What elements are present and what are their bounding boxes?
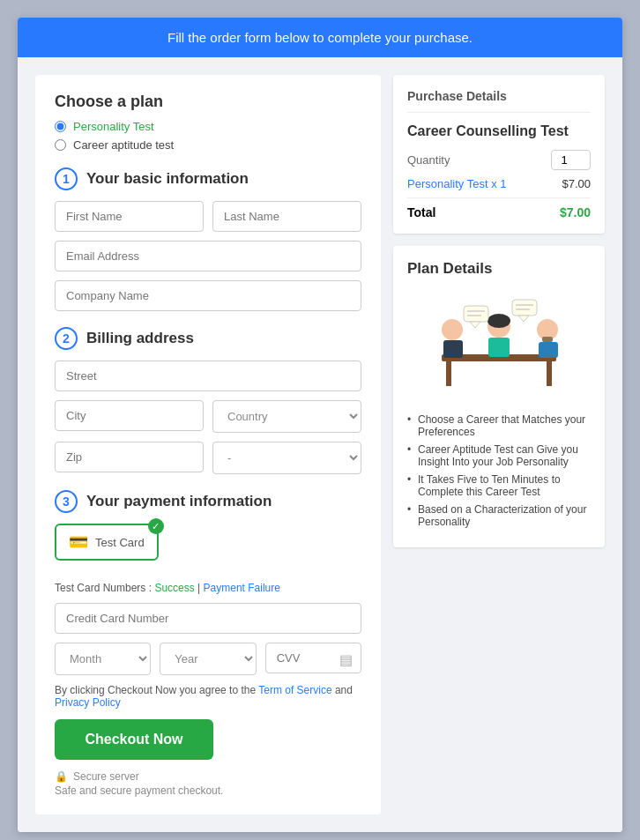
cvv-group: ▤	[265, 643, 361, 675]
top-banner: Fill the order form below to complete yo…	[18, 18, 622, 57]
purchase-product-name: Career Counselling Test	[407, 123, 591, 139]
svg-marker-14	[518, 316, 529, 322]
lock-line: 🔒 Secure server	[55, 770, 361, 783]
total-row: Total $7.00	[407, 197, 591, 219]
total-price: $7.00	[560, 205, 591, 219]
step2-title: Billing address	[86, 330, 194, 347]
zip-group	[55, 442, 204, 474]
svg-point-3	[442, 319, 463, 340]
step1-circle: 1	[55, 167, 78, 190]
plan-bullet-0: Choose a Career that Matches your Prefer…	[407, 413, 591, 438]
name-row	[55, 201, 361, 232]
plan-bullet-1: Career Aptitude Test can Give you Insigh…	[407, 443, 591, 468]
secure-desc: Safe and secure payment checkout.	[55, 784, 361, 797]
cc-number-input[interactable]	[55, 603, 361, 634]
plan-details-card: Plan Details	[393, 246, 605, 547]
step2-circle: 2	[55, 327, 78, 350]
step3-header: 3 Your payment information	[55, 490, 361, 513]
card-check-icon: ✓	[148, 518, 164, 534]
and-text: and	[332, 684, 353, 696]
email-group	[55, 241, 361, 271]
plan-option-personality[interactable]: Personality Test	[55, 120, 361, 133]
plan-label-career: Career aptitude test	[73, 138, 174, 152]
svg-rect-1	[446, 361, 451, 386]
quantity-label: Quantity	[407, 153, 450, 167]
svg-marker-12	[470, 322, 480, 328]
success-link[interactable]: Success	[154, 582, 194, 594]
month-select[interactable]: Month	[55, 643, 151, 675]
step1-header: 1 Your basic information	[55, 167, 361, 190]
checkout-button[interactable]: Checkout Now	[55, 719, 213, 760]
failure-link[interactable]: Payment Failure	[204, 582, 280, 594]
privacy-link[interactable]: Privacy Policy	[55, 696, 121, 709]
first-name-group	[55, 201, 204, 232]
test-card-numbers: Test Card Numbers : Success | Payment Fa…	[55, 582, 361, 594]
city-input[interactable]	[55, 400, 204, 431]
checkout-notice-text: By clicking Checkout Now you agree to th…	[55, 684, 258, 696]
cc-number-group	[55, 603, 361, 634]
year-select[interactable]: Year	[160, 643, 256, 675]
purchase-details-card: Purchase Details Career Counselling Test…	[393, 75, 605, 234]
quantity-input[interactable]	[551, 150, 591, 170]
svg-point-6	[487, 314, 510, 328]
page-wrapper: Fill the order form below to complete yo…	[18, 18, 622, 832]
purchase-details-header: Purchase Details	[407, 89, 591, 113]
zip-state-row: -	[55, 442, 361, 474]
state-group: -	[212, 442, 361, 474]
year-group: Year	[160, 643, 256, 675]
cc-number-row	[55, 603, 361, 634]
card-option-wrapper: 💳 Test Card ✓	[55, 524, 361, 571]
right-panel: Purchase Details Career Counselling Test…	[393, 75, 605, 814]
career-illustration	[407, 288, 591, 403]
street-group	[55, 361, 361, 391]
street-row	[55, 361, 361, 391]
month-group: Month	[55, 643, 151, 675]
plan-bullet-2: It Takes Five to Ten Minutes to Complete…	[407, 473, 591, 498]
cvv-row: Month Year ▤	[55, 643, 361, 675]
svg-rect-7	[488, 338, 510, 357]
test-card-label: Test Card Numbers :	[55, 582, 152, 594]
svg-rect-4	[443, 340, 463, 358]
svg-rect-2	[547, 361, 552, 386]
cvv-card-icon: ▤	[339, 650, 353, 667]
plan-option-career[interactable]: Career aptitude test	[55, 138, 361, 152]
banner-text: Fill the order form below to complete yo…	[167, 30, 473, 45]
company-row	[55, 280, 361, 311]
lock-icon: 🔒	[55, 770, 68, 783]
country-select[interactable]: Country	[212, 400, 361, 433]
item-price: $7.00	[562, 177, 591, 190]
svg-rect-11	[464, 306, 488, 322]
first-name-input[interactable]	[55, 201, 204, 232]
country-group: Country	[212, 400, 361, 433]
secure-label: Secure server	[73, 770, 139, 783]
card-label: Test Card	[95, 536, 145, 549]
email-input[interactable]	[55, 241, 361, 271]
main-content: Choose a plan Personality Test Career ap…	[18, 57, 622, 832]
secure-info: 🔒 Secure server Safe and secure payment …	[55, 770, 361, 797]
plan-choice-section: Choose a plan Personality Test Career ap…	[55, 93, 361, 152]
last-name-group	[212, 201, 361, 232]
step1-title: Your basic information	[86, 170, 249, 188]
last-name-input[interactable]	[212, 201, 361, 232]
plan-label-personality: Personality Test	[73, 120, 154, 133]
terms-link[interactable]: Term of Service	[258, 684, 331, 696]
company-group	[55, 280, 361, 311]
zip-input[interactable]	[55, 442, 204, 472]
svg-rect-13	[512, 300, 537, 316]
plan-details-title: Plan Details	[407, 260, 591, 278]
step3-circle: 3	[55, 490, 78, 513]
card-option[interactable]: 💳 Test Card ✓	[55, 524, 159, 561]
plan-bullet-3: Based on a Characterization of your Pers…	[407, 503, 591, 528]
email-row	[55, 241, 361, 271]
total-label: Total	[407, 205, 435, 219]
item-label[interactable]: Personality Test x 1	[407, 177, 506, 190]
company-input[interactable]	[55, 280, 361, 311]
svg-rect-10	[539, 342, 558, 358]
plan-radio-personality[interactable]	[55, 121, 66, 132]
plan-bullets: Choose a Career that Matches your Prefer…	[407, 413, 591, 528]
street-input[interactable]	[55, 361, 361, 391]
step3-title: Your payment information	[86, 493, 272, 510]
plan-radio-career[interactable]	[55, 139, 66, 151]
quantity-row: Quantity	[407, 150, 591, 170]
state-select[interactable]: -	[212, 442, 361, 474]
